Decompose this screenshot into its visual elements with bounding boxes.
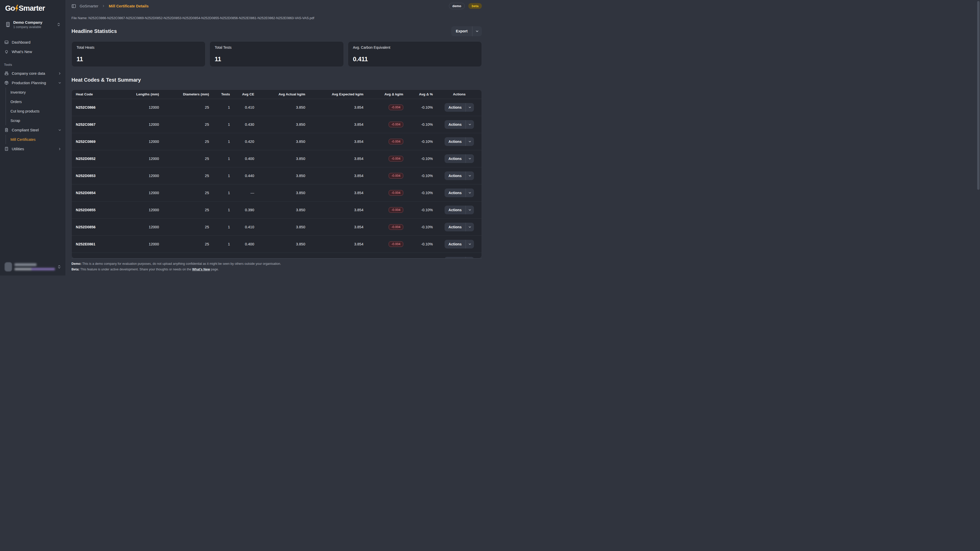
demo-note: Demo: This is a demo company for evaluat…: [72, 261, 482, 267]
sidebar-item-whats-new[interactable]: What's New: [0, 47, 65, 56]
actions-button[interactable]: Actions: [445, 154, 474, 163]
actions-button-label[interactable]: Actions: [445, 223, 465, 231]
cell-avg-delta-kg: -0.004: [368, 116, 407, 133]
sidebar-item-scrap[interactable]: Scrap: [6, 116, 65, 125]
col-header-avg-delta-pct: Avg Δ %: [407, 90, 437, 99]
delta-badge: -0.004: [389, 224, 403, 230]
cell-avg-delta-pct: -0.10%: [407, 252, 437, 259]
user-menu[interactable]: [3, 261, 63, 273]
export-button-label[interactable]: Export: [451, 26, 472, 36]
cell-lengths: 12000: [122, 99, 163, 116]
actions-button-label[interactable]: Actions: [445, 137, 465, 146]
actions-button-label[interactable]: Actions: [445, 103, 465, 112]
sidebar-item-label: Mill Certificates: [11, 138, 35, 141]
cell-avg-delta-kg: -0.004: [368, 99, 407, 116]
cell-lengths: 12000: [122, 167, 163, 184]
export-button[interactable]: Export: [451, 26, 482, 36]
sidebar-item-label: Orders: [11, 100, 22, 104]
actions-button[interactable]: Actions: [445, 189, 474, 197]
sidebar-item-orders[interactable]: Orders: [6, 97, 65, 106]
cell-diameters: 25: [163, 99, 213, 116]
cell-heat-code: N252D0852: [72, 150, 122, 167]
avatar: [5, 262, 12, 272]
cell-tests: 1: [213, 99, 234, 116]
cell-diameters: 25: [163, 184, 213, 201]
actions-button[interactable]: Actions: [445, 120, 474, 129]
breadcrumb-root[interactable]: GoSmarter: [80, 4, 98, 8]
actions-button[interactable]: Actions: [445, 103, 474, 112]
cell-avg-ce: 0.430: [234, 116, 258, 133]
actions-button[interactable]: Actions: [445, 137, 474, 146]
table-row: N252E0862 12000 25 1 0.420 3.850 3.854 -…: [72, 252, 482, 259]
sidebar-item-label: Inventory: [11, 90, 26, 94]
actions-button-label[interactable]: Actions: [445, 120, 465, 129]
sidebar-item-utilities[interactable]: Utilities: [0, 144, 65, 154]
heat-codes-summary-title: Heat Codes & Test Summary: [72, 77, 482, 83]
actions-button-label[interactable]: Actions: [445, 240, 465, 248]
cell-avg-expected: 3.854: [309, 201, 368, 218]
whats-new-link[interactable]: What's New: [192, 268, 210, 271]
package-icon: [4, 81, 9, 85]
chevron-down-icon[interactable]: [466, 171, 474, 180]
chevron-down-icon[interactable]: [473, 26, 482, 36]
cell-actions: Actions: [437, 150, 482, 167]
heat-codes-table: Heat Code Lengths (mm) Diameters (mm) Te…: [72, 90, 482, 259]
chevron-down-icon[interactable]: [466, 137, 474, 146]
sidebar-item-label: What's New: [12, 49, 62, 54]
actions-button-label[interactable]: Actions: [445, 189, 465, 197]
stat-card-total-tests: Total Tests 11: [210, 41, 344, 67]
sidebar-item-label: Production Planning: [12, 81, 55, 85]
table-body: N252C0866 12000 25 1 0.410 3.850 3.854 -…: [72, 99, 482, 259]
actions-button[interactable]: Actions: [445, 206, 474, 214]
sidebar-item-inventory[interactable]: Inventory: [6, 87, 65, 97]
cell-avg-ce: 0.440: [234, 167, 258, 184]
user-name-redacted: [14, 263, 37, 266]
cell-tests: 1: [213, 133, 234, 150]
calculator-icon: [4, 147, 9, 151]
breadcrumb-current: Mill Certificate Details: [109, 4, 148, 8]
table-row: N252C0869 12000 25 1 0.420 3.850 3.854 -…: [72, 133, 482, 150]
beta-note: Beta: This feature is under active devel…: [72, 267, 482, 272]
chevron-down-icon[interactable]: [466, 120, 474, 129]
actions-button[interactable]: Actions: [445, 171, 474, 180]
sidebar-item-cut-long-products[interactable]: Cut long products: [6, 106, 65, 116]
col-header-avg-expected: Avg Expected kg/m: [309, 90, 368, 99]
col-header-tests: Tests: [213, 90, 234, 99]
cell-lengths: 12000: [122, 133, 163, 150]
sidebar-item-company-core-data[interactable]: Company core data: [0, 68, 65, 78]
actions-button[interactable]: Actions: [445, 223, 474, 231]
chevron-down-icon[interactable]: [466, 154, 474, 163]
sidebar-toggle-icon[interactable]: [72, 4, 76, 8]
cell-diameters: 25: [163, 252, 213, 259]
lightbulb-icon: [4, 49, 9, 54]
sidebar-item-mill-certificates[interactable]: Mill Certificates: [6, 135, 65, 144]
stat-value: 0.411: [353, 56, 477, 63]
cell-avg-delta-pct: -0.10%: [407, 167, 437, 184]
chevron-down-icon[interactable]: [466, 103, 474, 112]
chevron-down-icon[interactable]: [466, 223, 474, 231]
col-header-diameters: Diameters (mm): [163, 90, 213, 99]
table-row: N252D0854 12000 25 1 — 3.850 3.854 -0.00…: [72, 184, 482, 201]
cell-tests: 1: [213, 150, 234, 167]
sidebar-item-compliant-steel[interactable]: Compliant Steel: [0, 125, 65, 135]
delta-badge: -0.004: [389, 207, 403, 213]
actions-button-label[interactable]: Actions: [445, 171, 465, 180]
cell-avg-delta-kg: -0.004: [368, 133, 407, 150]
chevron-down-icon[interactable]: [466, 189, 474, 197]
cell-actions: Actions: [437, 252, 482, 259]
actions-button-label[interactable]: Actions: [445, 206, 465, 214]
chevron-down-icon[interactable]: [466, 206, 474, 214]
actions-button-label[interactable]: Actions: [445, 154, 465, 163]
actions-button[interactable]: Actions: [445, 240, 474, 248]
cell-tests: 1: [213, 235, 234, 252]
company-switcher[interactable]: Demo Company 1 company available: [3, 18, 63, 31]
chevron-down-icon[interactable]: [466, 240, 474, 248]
cell-avg-ce: 0.420: [234, 133, 258, 150]
sidebar-item-label: Scrap: [11, 119, 20, 123]
cell-avg-delta-kg: -0.004: [368, 184, 407, 201]
cell-tests: 1: [213, 184, 234, 201]
delta-badge: -0.004: [389, 156, 403, 162]
sidebar-item-production-planning[interactable]: Production Planning: [0, 78, 65, 87]
sidebar-item-dashboard[interactable]: Dashboard: [0, 38, 65, 47]
cell-diameters: 25: [163, 116, 213, 133]
